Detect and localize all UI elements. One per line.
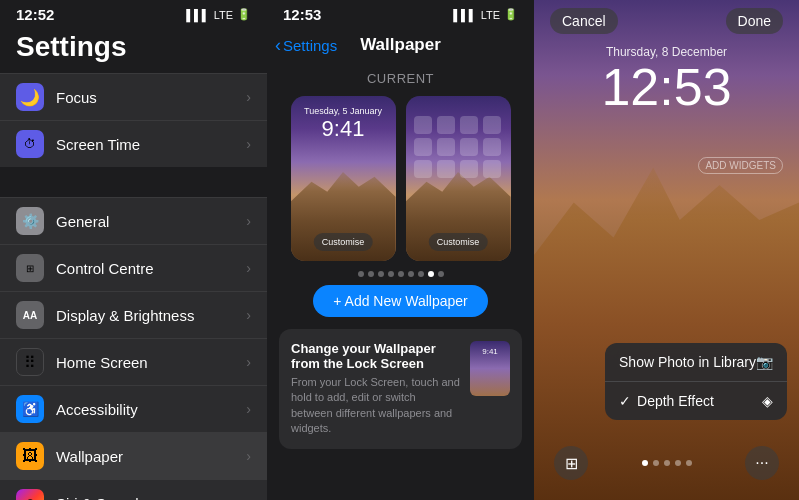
tip-preview: 9:41 (470, 341, 510, 396)
settings-item-general[interactable]: ⚙️ General › (0, 197, 267, 245)
status-icons-2: ▌▌▌ LTE 🔋 (453, 8, 518, 21)
settings-item-siri[interactable]: ◎ Siri & Search › (0, 480, 267, 500)
settings-item-accessibility[interactable]: ♿ Accessibility › (0, 386, 267, 433)
general-label: General (56, 213, 246, 230)
dot-7 (418, 271, 424, 277)
add-wallpaper-button[interactable]: + Add New Wallpaper (313, 285, 488, 317)
battery-icon: 🔋 (237, 8, 251, 21)
settings-item-display[interactable]: AA Display & Brightness › (0, 292, 267, 339)
settings-item-focus[interactable]: 🌙 Focus › (0, 73, 267, 121)
general-chevron: › (246, 213, 251, 229)
wallpaper-icon: 🖼 (16, 442, 44, 470)
home-screen-label: Home Screen (56, 354, 246, 371)
home-app-icon (483, 138, 501, 156)
settings-title: Settings (0, 27, 267, 73)
cancel-button[interactable]: Cancel (550, 8, 618, 34)
bottom-dot-1 (642, 460, 648, 466)
settings-item-screen-time[interactable]: ⏱ Screen Time › (0, 121, 267, 167)
focus-chevron: › (246, 89, 251, 105)
add-widgets-area[interactable]: ADD WIDGETS (698, 155, 783, 173)
home-app-icon (414, 138, 432, 156)
tip-title: Change your Wallpaper from the Lock Scre… (291, 341, 460, 371)
siri-label: Siri & Search (56, 495, 246, 501)
bottom-dot-4 (675, 460, 681, 466)
photo-library-icon-btn[interactable]: ⊞ (554, 446, 588, 480)
home-app-icon (483, 160, 501, 178)
status-bar-2: 12:53 ▌▌▌ LTE 🔋 (267, 0, 534, 27)
more-options-icon-btn[interactable]: ··· (745, 446, 779, 480)
lock-screen-info: Thursday, 8 December 12:53 (534, 45, 799, 113)
bottom-dot-3 (664, 460, 670, 466)
home-app-icon (460, 116, 478, 134)
back-label: Settings (283, 37, 337, 54)
home-app-icon (414, 116, 432, 134)
siri-icon: ◎ (16, 489, 44, 500)
add-widgets-label[interactable]: ADD WIDGETS (698, 157, 783, 174)
tip-body: From your Lock Screen, touch and hold to… (291, 375, 460, 437)
section-gap-1 (0, 169, 267, 197)
dot-6 (408, 271, 414, 277)
done-button[interactable]: Done (726, 8, 783, 34)
accessibility-chevron: › (246, 401, 251, 417)
home-app-icon (437, 160, 455, 178)
dot-9 (438, 271, 444, 277)
home-app-icon (437, 138, 455, 156)
lock-date: Tuesday, 5 January (291, 106, 396, 116)
lock-screen-preview[interactable]: Tuesday, 5 January 9:41 Customise (291, 96, 396, 261)
wallpaper-panel: 12:53 ▌▌▌ LTE 🔋 ‹ Settings Wallpaper CUR… (267, 0, 534, 500)
home-customise-btn[interactable]: Customise (429, 233, 488, 251)
bottom-dots (642, 460, 692, 466)
display-label: Display & Brightness (56, 307, 246, 324)
home-screen-preview[interactable]: Customise (406, 96, 511, 261)
back-button[interactable]: ‹ Settings (275, 35, 337, 56)
status-bar-1: 12:52 ▌▌▌ LTE 🔋 (0, 0, 267, 27)
wallpaper-page-title: Wallpaper (360, 35, 441, 55)
signal-icon: ▌▌▌ (186, 9, 209, 21)
context-menu: Show Photo in Library 📷 ✓ Depth Effect ◈ (605, 343, 787, 420)
home-app-icon (437, 116, 455, 134)
focus-icon: 🌙 (16, 83, 44, 111)
detail-panel: Cancel Done Thursday, 8 December 12:53 A… (534, 0, 799, 500)
display-icon: AA (16, 301, 44, 329)
dot-4 (388, 271, 394, 277)
bottom-dot-5 (686, 460, 692, 466)
detail-top-bar: Cancel Done (534, 8, 799, 34)
home-app-icon (460, 138, 478, 156)
lock-customise-btn[interactable]: Customise (314, 233, 373, 251)
detail-bottom-bar: ⊞ ··· (534, 446, 799, 480)
depth-effect-label: Depth Effect (637, 393, 714, 409)
context-menu-item-show-photo[interactable]: Show Photo in Library 📷 (605, 343, 787, 382)
wallpaper-content: CURRENT Tuesday, 5 January 9:41 Customis… (267, 63, 534, 500)
back-chevron-icon: ‹ (275, 35, 281, 56)
detail-date: Thursday, 8 December (534, 45, 799, 59)
show-photo-icon: 📷 (756, 354, 773, 370)
settings-section-1: 🌙 Focus › ⏱ Screen Time › (0, 73, 267, 167)
settings-item-wallpaper[interactable]: 🖼 Wallpaper › (0, 433, 267, 480)
home-icons-grid (414, 116, 503, 178)
lte-label: LTE (214, 9, 233, 21)
control-centre-label: Control Centre (56, 260, 246, 277)
settings-list: 🌙 Focus › ⏱ Screen Time › ⚙️ General › ⊞… (0, 73, 267, 500)
screen-time-icon: ⏱ (16, 130, 44, 158)
context-menu-item-depth-effect[interactable]: ✓ Depth Effect ◈ (605, 382, 787, 420)
display-chevron: › (246, 307, 251, 323)
siri-chevron: › (246, 495, 251, 500)
wallpaper-tip-text: Change your Wallpaper from the Lock Scre… (291, 341, 460, 437)
wallpaper-chevron: › (246, 448, 251, 464)
settings-section-2: ⚙️ General › ⊞ Control Centre › AA Displ… (0, 197, 267, 500)
dot-2 (368, 271, 374, 277)
settings-item-home-screen[interactable]: ⠿ Home Screen › (0, 339, 267, 386)
general-icon: ⚙️ (16, 207, 44, 235)
accessibility-icon: ♿ (16, 395, 44, 423)
current-label: CURRENT (279, 71, 522, 86)
control-centre-icon: ⊞ (16, 254, 44, 282)
wallpaper-label: Wallpaper (56, 448, 246, 465)
lte-label-2: LTE (481, 9, 500, 21)
control-centre-chevron: › (246, 260, 251, 276)
home-app-icon (414, 160, 432, 178)
wallpaper-tip: Change your Wallpaper from the Lock Scre… (279, 329, 522, 449)
battery-icon-2: 🔋 (504, 8, 518, 21)
settings-item-control-centre[interactable]: ⊞ Control Centre › (0, 245, 267, 292)
settings-panel: 12:52 ▌▌▌ LTE 🔋 Settings 🌙 Focus › ⏱ Scr… (0, 0, 267, 500)
accessibility-label: Accessibility (56, 401, 246, 418)
